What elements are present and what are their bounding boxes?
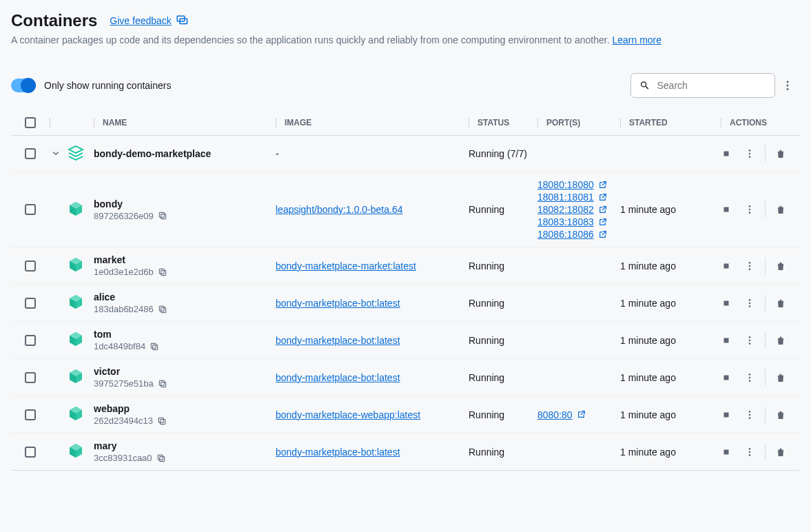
row-checkbox[interactable] <box>25 372 36 383</box>
table-header: NAME IMAGE STATUS PORT(S) STARTED ACTION… <box>11 110 800 136</box>
learn-more-link[interactable]: Learn more <box>612 34 661 45</box>
trash-icon <box>775 260 786 272</box>
delete-button[interactable] <box>770 143 792 165</box>
image-link[interactable]: bondy-marketplace-bot:latest <box>276 335 400 346</box>
status-text: Running (7/7) <box>469 148 527 159</box>
row-checkbox[interactable] <box>25 148 36 159</box>
image-link[interactable]: bondy-marketplace-webapp:latest <box>276 409 420 420</box>
started-text: 1 minute ago <box>620 335 676 346</box>
copy-icon[interactable] <box>157 416 167 426</box>
delete-button[interactable] <box>770 255 792 277</box>
dots-vertical-icon <box>744 260 755 272</box>
port-link[interactable]: 18086:18086 <box>537 229 620 240</box>
row-more-button[interactable] <box>739 198 761 221</box>
col-header-started[interactable]: STARTED <box>620 118 689 128</box>
table-row: tom1dc4849bf84bondy-marketplace-bot:late… <box>11 322 800 359</box>
stop-icon <box>721 149 731 158</box>
row-checkbox[interactable] <box>25 204 36 215</box>
row-checkbox[interactable] <box>25 447 36 458</box>
action-separator <box>765 407 766 423</box>
container-name[interactable]: bondy-demo-marketplace <box>94 148 276 159</box>
chevron-down-icon[interactable] <box>50 147 62 159</box>
delete-button[interactable] <box>770 404 792 426</box>
give-feedback-link[interactable]: Give feedback <box>110 14 188 27</box>
copy-icon[interactable] <box>158 211 167 221</box>
col-header-status[interactable]: STATUS <box>469 118 537 128</box>
select-all-checkbox[interactable] <box>25 117 36 128</box>
row-checkbox[interactable] <box>25 335 36 346</box>
stop-icon <box>721 298 731 308</box>
started-text: 1 minute ago <box>620 204 676 215</box>
toggle-label: Only show running containers <box>44 80 171 91</box>
container-icon <box>68 201 84 217</box>
stop-button[interactable] <box>715 441 737 463</box>
delete-button[interactable] <box>770 367 792 389</box>
status-text: Running <box>469 409 504 420</box>
port-link[interactable]: 18080:18080 <box>537 179 620 190</box>
copy-icon[interactable] <box>156 453 166 463</box>
image-link[interactable]: bondy-marketplace-bot:latest <box>276 372 400 383</box>
row-checkbox[interactable] <box>25 298 36 309</box>
port-link[interactable]: 18081:18081 <box>537 192 620 203</box>
row-more-button[interactable] <box>739 441 761 463</box>
col-header-name[interactable]: NAME <box>94 118 276 128</box>
copy-icon[interactable] <box>158 267 167 277</box>
action-separator <box>765 295 766 311</box>
container-id: 183dab6b2486 <box>94 304 154 314</box>
container-name[interactable]: market <box>94 254 276 265</box>
stop-button[interactable] <box>715 292 737 314</box>
open-external-icon <box>598 218 607 227</box>
row-more-button[interactable] <box>739 404 761 426</box>
trash-icon <box>775 372 786 383</box>
stop-button[interactable] <box>715 367 737 389</box>
container-icon <box>68 294 84 310</box>
running-only-toggle[interactable] <box>11 79 36 92</box>
col-header-ports[interactable]: PORT(S) <box>537 118 620 128</box>
col-header-image[interactable]: IMAGE <box>276 118 469 128</box>
copy-icon[interactable] <box>158 305 167 314</box>
dots-vertical-icon <box>744 409 755 420</box>
stop-button[interactable] <box>715 255 737 277</box>
delete-button[interactable] <box>770 329 792 351</box>
stop-button[interactable] <box>715 143 737 165</box>
port-link[interactable]: 8080:80 <box>537 409 620 420</box>
container-icon <box>68 442 84 459</box>
row-more-button[interactable] <box>739 255 761 277</box>
delete-button[interactable] <box>770 441 792 463</box>
container-name[interactable]: mary <box>94 440 276 451</box>
image-link[interactable]: bondy-marketplace-bot:latest <box>276 447 400 458</box>
delete-button[interactable] <box>770 198 792 221</box>
svg-point-2 <box>787 81 789 83</box>
row-more-button[interactable] <box>739 292 761 314</box>
container-name[interactable]: tom <box>94 329 276 340</box>
image-link[interactable]: bondy-marketplace-bot:latest <box>276 298 400 309</box>
more-options-button[interactable] <box>775 73 800 98</box>
feedback-label: Give feedback <box>110 15 172 26</box>
delete-button[interactable] <box>770 292 792 314</box>
row-checkbox[interactable] <box>25 260 36 272</box>
container-id: 897266326e09 <box>94 211 154 221</box>
port-link[interactable]: 18082:18082 <box>537 204 620 215</box>
row-checkbox[interactable] <box>25 409 36 420</box>
row-more-button[interactable] <box>739 329 761 351</box>
container-name[interactable]: alice <box>94 291 276 303</box>
copy-icon[interactable] <box>158 379 167 389</box>
dots-vertical-icon <box>744 204 755 215</box>
container-icon <box>68 405 84 422</box>
copy-icon[interactable] <box>150 342 159 351</box>
dots-vertical-icon <box>744 298 755 309</box>
row-more-button[interactable] <box>739 143 761 165</box>
search-input[interactable] <box>657 80 767 91</box>
container-name[interactable]: bondy <box>94 198 276 209</box>
image-link[interactable]: bondy-marketplace-market:latest <box>276 260 416 272</box>
open-external-icon <box>598 205 607 214</box>
image-link[interactable]: leapsight/bondy:1.0.0-beta.64 <box>276 204 402 215</box>
container-name[interactable]: victor <box>94 366 276 377</box>
port-link[interactable]: 18083:18083 <box>537 216 620 227</box>
row-more-button[interactable] <box>739 367 761 389</box>
stack-icon <box>68 145 84 161</box>
container-name[interactable]: webapp <box>94 403 276 414</box>
stop-button[interactable] <box>715 198 737 221</box>
stop-button[interactable] <box>715 329 737 351</box>
stop-button[interactable] <box>715 404 737 426</box>
